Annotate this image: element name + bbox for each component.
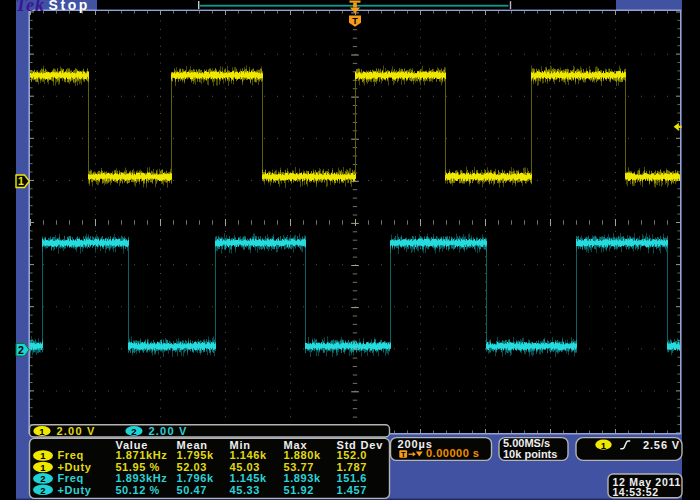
svg-text:1.796k: 1.796k [177,472,215,484]
svg-text:10k points: 10k points [503,448,557,460]
svg-text:51.92: 51.92 [284,484,315,496]
svg-text:1.893k: 1.893k [284,472,322,484]
svg-text:1.145k: 1.145k [230,472,268,484]
svg-text:53.77: 53.77 [284,461,315,473]
svg-text:45.33: 45.33 [230,484,261,496]
svg-text:50.12 %: 50.12 % [115,484,160,496]
svg-text:Freq: Freq [58,449,84,461]
svg-text:1: 1 [40,462,46,473]
svg-text:152.0: 152.0 [337,449,368,461]
svg-text:2: 2 [40,473,45,484]
svg-text:1.787: 1.787 [337,461,368,473]
svg-text:T: T [352,16,358,26]
svg-text:1.795k: 1.795k [177,449,215,461]
svg-text:14:53:52: 14:53:52 [613,486,659,498]
svg-text:2.56 V: 2.56 V [643,439,680,451]
svg-text:Freq: Freq [58,472,84,484]
svg-text:1.893kHz: 1.893kHz [115,472,167,484]
svg-text:2.00 V: 2.00 V [149,425,188,437]
svg-text:151.6: 151.6 [337,472,368,484]
svg-text:1: 1 [40,450,46,461]
svg-text:2.00 V: 2.00 V [57,425,96,437]
svg-text:52.03: 52.03 [177,461,208,473]
svg-text:1.146k: 1.146k [230,449,268,461]
svg-text:45.03: 45.03 [230,461,261,473]
svg-text:51.95 %: 51.95 % [115,461,160,473]
svg-text:50.47: 50.47 [177,484,208,496]
svg-text:2: 2 [40,485,45,496]
svg-text:1: 1 [601,440,607,451]
svg-text:1: 1 [18,175,24,187]
svg-text:0.00000 s: 0.00000 s [426,447,479,459]
svg-text:1.457: 1.457 [337,484,368,496]
svg-text:1.871kHz: 1.871kHz [115,449,167,461]
svg-text:+Duty: +Duty [58,484,92,496]
svg-text:1.880k: 1.880k [284,449,322,461]
svg-text:2: 2 [18,344,24,356]
svg-text:T: T [401,450,406,459]
svg-text:1: 1 [39,426,45,437]
svg-text:2: 2 [131,426,136,437]
svg-text:+Duty: +Duty [58,461,92,473]
